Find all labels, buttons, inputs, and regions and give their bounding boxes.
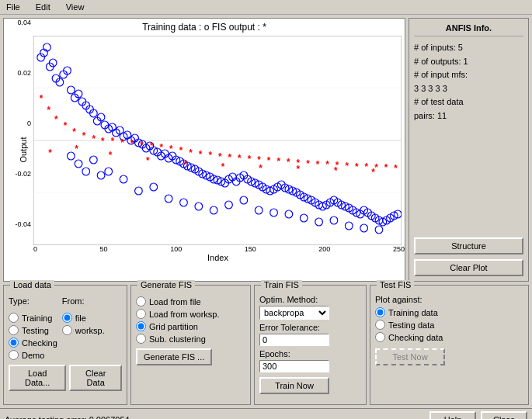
radio-testing[interactable]: Testing: [9, 325, 57, 335]
from-radio-group: file worksp.: [62, 313, 105, 335]
svg-text:*: *: [248, 154, 252, 164]
svg-text:*: *: [48, 147, 52, 158]
radio-training[interactable]: Training: [9, 313, 57, 323]
svg-text:*: *: [355, 161, 359, 172]
svg-text:*: *: [334, 165, 338, 176]
from-label: From:: [62, 296, 105, 306]
train-fis-panel: Train FIS Optim. Method: backpropa hybri…: [254, 285, 367, 405]
radio-load-worksp-input[interactable]: [136, 309, 146, 319]
y-axis-ticks: 0.04 0.02 0 -0.02 -0.04: [4, 19, 33, 228]
svg-text:*: *: [325, 159, 329, 170]
generate-fis-button[interactable]: Generate FIS ...: [136, 348, 212, 365]
svg-text:*: *: [238, 153, 242, 164]
generate-fis-title: Generate FIS: [137, 280, 195, 289]
test-fis-panel: Test FIS Plot against: Training data Tes…: [370, 285, 529, 405]
clear-plot-button[interactable]: Clear Plot: [414, 259, 523, 276]
radio-training-data[interactable]: Training data: [375, 307, 523, 317]
svg-text:*: *: [146, 155, 150, 166]
close-button[interactable]: Close: [481, 411, 527, 419]
radio-testing-data[interactable]: Testing data: [375, 320, 523, 330]
load-data-title: Load data: [10, 280, 54, 289]
menu-view[interactable]: View: [63, 2, 88, 12]
svg-text:*: *: [394, 163, 398, 174]
generate-radio-group: Load from file Load from worksp. Grid pa…: [136, 296, 245, 344]
status-message: Average testing error: 0.0067954: [5, 415, 130, 419]
main-container: Training data : o FIS output : * 0.04 0.…: [0, 15, 532, 408]
scatter-plot-wrapper: * * * * * * * * * * * * * * * * *: [33, 36, 402, 245]
x-axis-label: Index: [31, 253, 405, 264]
radio-worksp[interactable]: worksp.: [62, 325, 105, 335]
svg-text:*: *: [109, 150, 113, 161]
radio-training-data-input[interactable]: [375, 307, 385, 317]
svg-text:*: *: [130, 138, 134, 149]
radio-checking[interactable]: Checking: [9, 338, 57, 348]
error-tolerance-label: Error Tolerance:: [259, 323, 361, 332]
load-data-button[interactable]: Load Data...: [9, 365, 66, 391]
radio-checking-data-input[interactable]: [375, 332, 385, 342]
train-fis-title: Train FIS: [261, 280, 302, 289]
radio-checking-input[interactable]: [9, 338, 19, 348]
radio-load-worksp[interactable]: Load from worksp.: [136, 309, 245, 319]
error-tolerance-input[interactable]: [259, 334, 329, 346]
svg-text:*: *: [111, 136, 115, 147]
radio-file-input[interactable]: [62, 313, 72, 323]
structure-button[interactable]: Structure: [414, 237, 523, 255]
radio-demo-input[interactable]: [9, 350, 19, 360]
optim-select[interactable]: backpropa hybrid: [259, 306, 329, 320]
svg-text:*: *: [365, 161, 369, 172]
radio-worksp-input[interactable]: [62, 325, 72, 335]
svg-text:*: *: [54, 114, 58, 125]
menu-edit[interactable]: Edit: [33, 2, 54, 12]
svg-text:*: *: [345, 161, 349, 171]
radio-file[interactable]: file: [62, 313, 105, 323]
scatter-plot: * * * * * * * * * * * * * * * * *: [33, 36, 402, 245]
radio-grid-partition-input[interactable]: [136, 321, 146, 331]
menubar: File Edit View: [0, 0, 532, 15]
plot-area: Training data : o FIS output : * 0.04 0.…: [3, 18, 405, 282]
radio-sub-clustering[interactable]: Sub. clustering: [136, 334, 245, 344]
svg-text:*: *: [267, 155, 271, 166]
svg-text:*: *: [316, 159, 320, 170]
epochs-label: Epochs:: [259, 349, 361, 358]
plot-title: Training data : o FIS output : *: [4, 19, 405, 34]
svg-text:*: *: [101, 136, 105, 147]
radio-grid-partition[interactable]: Grid partition: [136, 321, 245, 331]
radio-demo[interactable]: Demo: [9, 350, 57, 360]
radio-training-input[interactable]: [9, 313, 19, 323]
top-section: Training data : o FIS output : * 0.04 0.…: [3, 18, 529, 282]
svg-text:*: *: [287, 157, 290, 168]
plot-against-radio-group: Training data Testing data Checking data: [375, 307, 523, 342]
help-button[interactable]: Help: [429, 411, 476, 419]
generate-fis-panel: Generate FIS Load from file Load from wo…: [130, 285, 251, 405]
radio-checking-data[interactable]: Checking data: [375, 332, 523, 342]
svg-text:*: *: [374, 162, 378, 173]
svg-text:*: *: [179, 145, 183, 156]
svg-text:*: *: [259, 163, 263, 174]
radio-testing-data-input[interactable]: [375, 320, 385, 330]
bottom-section: Load data Type: Training Testing Checkin…: [3, 285, 529, 405]
load-data-panel: Load data Type: Training Testing Checkin…: [3, 285, 127, 405]
x-axis-ticks: 0 50 100 150 200 250: [33, 245, 405, 253]
anfis-panel: ANFIS Info. # of inputs: 5 # of outputs:…: [409, 18, 529, 282]
status-bar: Average testing error: 0.0067954 Help Cl…: [0, 408, 532, 419]
svg-text:*: *: [183, 159, 187, 170]
svg-text:*: *: [306, 158, 310, 169]
svg-text:*: *: [160, 142, 164, 153]
svg-text:*: *: [199, 149, 203, 160]
train-now-button[interactable]: Train Now: [259, 377, 329, 394]
test-now-button[interactable]: Test Now: [375, 348, 445, 365]
epochs-input[interactable]: [259, 360, 329, 372]
svg-text:*: *: [228, 152, 232, 163]
svg-text:*: *: [92, 133, 96, 144]
plot-against-label: Plot against:: [375, 295, 523, 304]
radio-load-file[interactable]: Load from file: [136, 296, 245, 306]
type-label: Type:: [9, 296, 57, 306]
svg-text:*: *: [75, 144, 78, 154]
radio-sub-clustering-input[interactable]: [136, 334, 146, 344]
menu-file[interactable]: File: [3, 2, 23, 12]
svg-text:*: *: [221, 161, 225, 172]
radio-load-file-input[interactable]: [136, 296, 146, 306]
svg-text:*: *: [169, 144, 173, 154]
clear-data-button[interactable]: Clear Data: [69, 365, 122, 391]
radio-testing-input[interactable]: [9, 325, 19, 335]
